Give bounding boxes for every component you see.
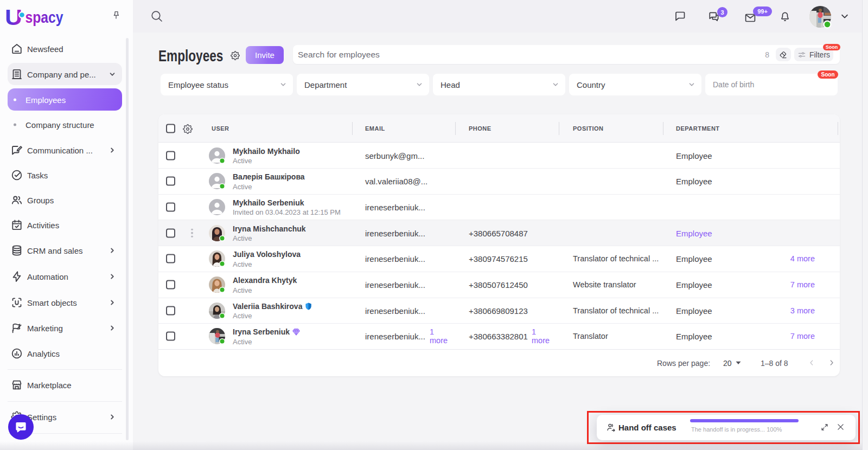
svg-text:spacy: spacy (25, 9, 63, 26)
